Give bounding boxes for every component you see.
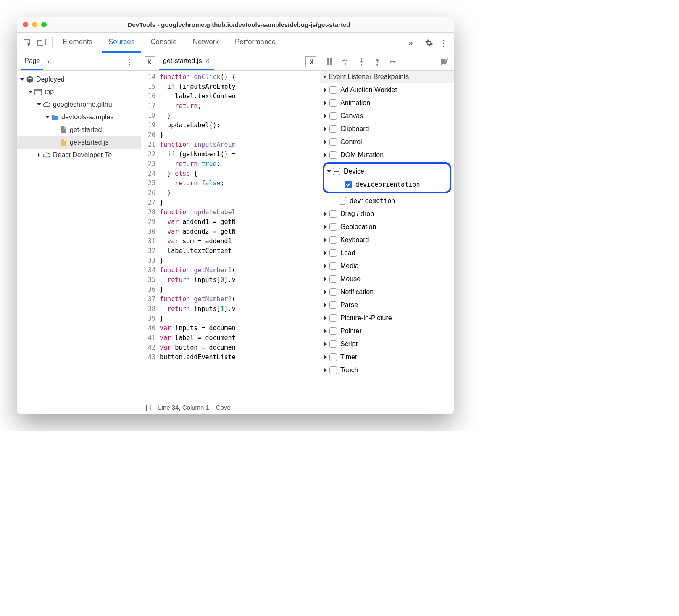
tree-item-label: devtools-samples <box>61 113 114 121</box>
breakpoint-category[interactable]: Touch <box>320 363 454 376</box>
checkbox[interactable] <box>339 197 346 205</box>
checkbox[interactable] <box>329 327 337 335</box>
breakpoint-category[interactable]: Timer <box>320 350 454 363</box>
breakpoint-category[interactable]: Clipboard <box>320 122 454 135</box>
close-tab-icon[interactable]: × <box>205 57 210 66</box>
nav-forward-icon[interactable] <box>305 56 316 67</box>
checkbox[interactable] <box>329 340 337 348</box>
more-tabs-icon[interactable]: » <box>403 36 418 50</box>
minimize-window-button[interactable] <box>32 22 37 27</box>
breakpoints-section-header[interactable]: Event Listener Breakpoints <box>320 71 454 83</box>
breakpoint-label: Ad Auction Worklet <box>340 86 397 94</box>
tree-item[interactable]: devtools-samples <box>17 111 141 124</box>
tab-sources[interactable]: Sources <box>102 33 141 53</box>
breakpoint-category[interactable]: Drag / drop <box>320 207 454 220</box>
breakpoint-label: Clipboard <box>340 125 369 133</box>
breakpoint-category[interactable]: Geolocation <box>320 220 454 233</box>
step-out-icon[interactable] <box>372 57 382 67</box>
jsfile-icon <box>60 139 67 146</box>
highlighted-region: Devicedeviceorientation <box>323 162 451 193</box>
tree-item-label: googlechrome.githu <box>53 101 112 108</box>
disclosure-icon <box>324 101 327 105</box>
nav-back-icon[interactable] <box>145 56 155 67</box>
checkbox[interactable] <box>329 99 337 107</box>
cloud-icon <box>43 151 50 159</box>
breakpoint-event[interactable]: devicemotion <box>320 194 454 207</box>
breakpoint-category[interactable]: Canvas <box>320 109 454 122</box>
file-icon <box>60 126 67 134</box>
breakpoint-category[interactable]: Load <box>320 246 454 259</box>
checkbox[interactable] <box>329 366 337 374</box>
tree-item[interactable]: get-started <box>17 124 141 136</box>
checkbox[interactable] <box>329 301 337 309</box>
breakpoint-category[interactable]: DOM Mutation <box>320 148 454 161</box>
svg-point-9 <box>345 63 346 65</box>
breakpoint-category[interactable]: Notification <box>320 285 454 298</box>
sources-sidebar: Page » ⋮ Deployedtopgooglechrome.githude… <box>17 53 141 414</box>
disclosure-icon <box>324 277 327 281</box>
checkbox[interactable] <box>329 138 337 146</box>
code-lines[interactable]: function onClick() { if (inputsAreEmpty … <box>160 71 236 400</box>
checkbox[interactable] <box>329 288 337 296</box>
checkbox[interactable] <box>329 249 337 257</box>
breakpoint-event[interactable]: deviceorientation <box>326 178 448 191</box>
breakpoint-category[interactable]: Ad Auction Worklet <box>320 83 454 96</box>
zoom-window-button[interactable] <box>41 22 47 27</box>
breakpoint-category[interactable]: Parse <box>320 298 454 311</box>
format-icon[interactable]: { } <box>145 404 151 411</box>
checkbox[interactable] <box>329 151 337 159</box>
disclosure-icon <box>324 251 327 255</box>
tab-performance[interactable]: Performance <box>228 33 282 53</box>
checkbox[interactable] <box>345 181 352 188</box>
checkbox[interactable] <box>329 125 337 133</box>
breakpoint-category[interactable]: Picture-in-Picture <box>320 311 454 324</box>
disclosure-icon <box>324 303 327 307</box>
checkbox[interactable] <box>329 223 337 231</box>
tree-item[interactable]: top <box>17 86 141 98</box>
tree-item[interactable]: get-started.js <box>17 136 141 149</box>
checkbox[interactable] <box>329 314 337 322</box>
settings-gear-icon[interactable] <box>422 36 436 50</box>
breakpoint-category[interactable]: Media <box>320 259 454 272</box>
checkbox[interactable] <box>329 112 337 120</box>
breakpoint-category[interactable]: Pointer <box>320 324 454 337</box>
breakpoint-category[interactable]: Keyboard <box>320 233 454 246</box>
step-icon[interactable] <box>388 57 398 67</box>
breakpoint-category[interactable]: Animation <box>320 96 454 109</box>
kebab-menu-icon[interactable]: ⋮ <box>436 36 450 50</box>
deactivate-breakpoints-icon[interactable] <box>440 57 450 67</box>
step-into-icon[interactable] <box>356 57 366 67</box>
tree-item[interactable]: React Developer To <box>17 149 141 161</box>
line-gutter: 1415161718192021222324252627282930313233… <box>141 71 160 400</box>
breakpoint-category[interactable]: Control <box>320 135 454 148</box>
device-toggle-icon[interactable] <box>34 36 49 50</box>
breakpoint-category[interactable]: Mouse <box>320 272 454 285</box>
pause-icon[interactable] <box>324 57 334 67</box>
step-over-icon[interactable] <box>340 57 350 67</box>
tree-item[interactable]: Deployed <box>17 73 141 86</box>
checkbox[interactable] <box>329 86 337 94</box>
checkbox[interactable] <box>333 168 340 175</box>
sidebar-more-icon[interactable]: » <box>47 57 51 66</box>
close-window-button[interactable] <box>23 22 28 27</box>
breakpoint-category[interactable]: Device <box>326 165 448 178</box>
tree-item[interactable]: googlechrome.githu <box>17 98 141 111</box>
checkbox[interactable] <box>329 210 337 218</box>
breakpoint-label: Notification <box>340 288 374 296</box>
breakpoint-category[interactable]: Script <box>320 337 454 350</box>
sidebar-kebab-icon[interactable]: ⋮ <box>122 55 137 69</box>
disclosure-icon <box>38 153 40 157</box>
checkbox[interactable] <box>329 275 337 283</box>
disclosure-icon <box>324 88 327 92</box>
sidebar-tab-page[interactable]: Page <box>21 53 43 70</box>
inspect-element-icon[interactable] <box>20 36 34 50</box>
checkbox[interactable] <box>329 236 337 244</box>
tab-console[interactable]: Console <box>144 33 183 53</box>
editor-tab[interactable]: get-started.js × <box>159 53 214 70</box>
checkbox[interactable] <box>329 262 337 270</box>
cloud-icon <box>43 101 50 108</box>
tab-network[interactable]: Network <box>186 33 226 53</box>
tab-elements[interactable]: Elements <box>56 33 99 53</box>
disclosure-icon <box>324 264 327 268</box>
checkbox[interactable] <box>329 353 337 361</box>
